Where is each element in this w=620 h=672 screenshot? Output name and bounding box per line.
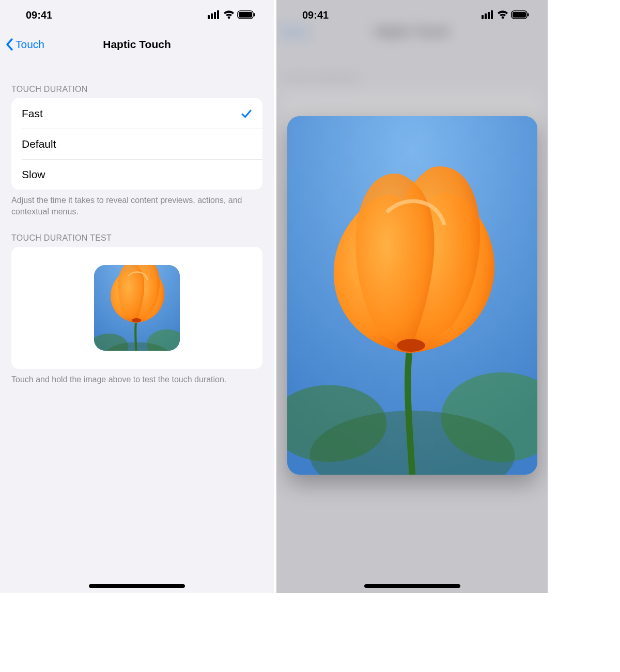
option-label: Default [22, 138, 56, 150]
chevron-left-icon [5, 38, 14, 51]
status-time: 09:41 [26, 9, 52, 21]
preview-screen: Touch Haptic Touch TOUCH DURATION 09:41 [276, 0, 548, 593]
status-bar: 09:41 [0, 0, 274, 30]
duration-option-fast[interactable]: Fast [11, 98, 262, 129]
option-label: Slow [22, 168, 45, 181]
status-time: 09:41 [302, 9, 329, 21]
settings-screen: 09:41 Touch Haptic Touch TOUCH DURATION … [0, 0, 274, 593]
touch-test-card [11, 247, 262, 369]
status-indicators [208, 10, 256, 20]
option-label: Fast [22, 107, 43, 120]
duration-option-default[interactable]: Default [11, 129, 262, 159]
duration-option-slow[interactable]: Slow [11, 159, 262, 190]
haptic-preview-image[interactable] [287, 116, 537, 475]
section-footer-test: Touch and hold the image above to test t… [0, 369, 274, 385]
status-indicators [482, 10, 530, 20]
status-bar: 09:41 [276, 0, 548, 30]
touch-test-image[interactable] [94, 265, 180, 351]
nav-bar: Touch Haptic Touch [0, 30, 274, 59]
duration-options-list: Fast Default Slow [11, 98, 262, 190]
home-indicator[interactable] [364, 584, 460, 588]
section-header-test: TOUCH DURATION TEST [0, 217, 274, 247]
section-footer-duration: Adjust the time it takes to reveal conte… [0, 190, 274, 217]
back-label: Touch [16, 38, 44, 51]
back-button[interactable]: Touch [5, 38, 44, 51]
section-header-duration: TOUCH DURATION [0, 59, 274, 98]
checkmark-icon [241, 108, 252, 119]
home-indicator[interactable] [89, 584, 185, 588]
